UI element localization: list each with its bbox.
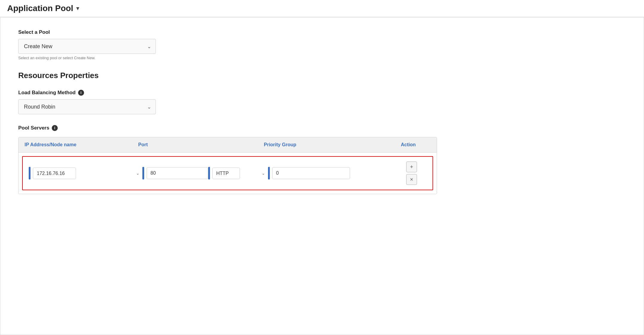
load-balancing-dropdown[interactable]: Round Robin: [18, 99, 156, 114]
port-cell: [142, 167, 208, 179]
table-row: 172.16.76.16 ⌄: [22, 156, 433, 190]
pool-servers-label: Pool Servers i: [18, 125, 626, 131]
table-header-row: IP Address/Node name Port Priority Group…: [19, 137, 437, 153]
priority-group-input[interactable]: [272, 167, 350, 179]
ip-blue-bar: [29, 167, 31, 179]
main-content: Select a Pool Create New ⌄ Select an exi…: [0, 17, 644, 335]
priority-group-cell: [268, 167, 397, 179]
ip-address-cell: 172.16.76.16 ⌄: [29, 167, 142, 179]
select-pool-hint: Select an existing pool or select Create…: [18, 56, 626, 60]
ip-address-select[interactable]: 172.16.76.16: [33, 168, 76, 179]
col-protocol: [204, 142, 264, 147]
load-balancing-section: Load Balancing Method i Round Robin ⌄: [18, 90, 626, 114]
add-row-button[interactable]: +: [406, 162, 417, 172]
load-balancing-info-icon[interactable]: i: [78, 90, 84, 96]
select-pool-dropdown[interactable]: Create New: [18, 39, 156, 54]
application-pool-title: Application Pool: [7, 4, 73, 13]
header-chevron-icon: ▾: [76, 5, 79, 12]
protocol-cell: HTTP ⌄: [208, 167, 268, 179]
select-pool-label: Select a Pool: [18, 29, 626, 35]
protocol-select[interactable]: HTTP: [212, 168, 240, 179]
ip-select-wrapper: 172.16.76.16 ⌄: [33, 168, 142, 179]
times-icon: ×: [410, 176, 413, 183]
pool-servers-section: Pool Servers i IP Address/Node name Port…: [18, 125, 626, 194]
load-balancing-label: Load Balancing Method i: [18, 90, 626, 96]
col-port: Port: [138, 142, 204, 147]
select-pool-wrapper: Create New ⌄: [18, 39, 156, 54]
action-buttons: + ×: [397, 162, 427, 185]
ip-chevron-icon: ⌄: [136, 171, 139, 176]
pool-servers-info-icon[interactable]: i: [52, 125, 58, 131]
priority-blue-bar: [268, 167, 270, 179]
col-action: Action: [401, 142, 431, 147]
port-input[interactable]: [147, 167, 208, 179]
resources-properties-heading: Resources Properties: [18, 71, 626, 80]
select-pool-section: Select a Pool Create New ⌄ Select an exi…: [18, 29, 626, 60]
pool-servers-table: IP Address/Node name Port Priority Group…: [18, 137, 437, 194]
protocol-select-wrapper: HTTP ⌄: [212, 168, 268, 179]
col-ip-address: IP Address/Node name: [25, 142, 138, 147]
remove-row-button[interactable]: ×: [406, 174, 417, 185]
header: Application Pool ▾: [0, 0, 644, 17]
protocol-chevron-icon: ⌄: [262, 171, 265, 176]
page-container: Application Pool ▾ Select a Pool Create …: [0, 0, 644, 335]
header-title[interactable]: Application Pool ▾: [7, 4, 79, 13]
load-balancing-wrapper: Round Robin ⌄: [18, 99, 156, 114]
col-priority-group: Priority Group: [264, 142, 401, 147]
port-blue-bar: [142, 167, 144, 179]
protocol-blue-bar: [208, 167, 210, 179]
plus-icon: +: [410, 164, 413, 170]
